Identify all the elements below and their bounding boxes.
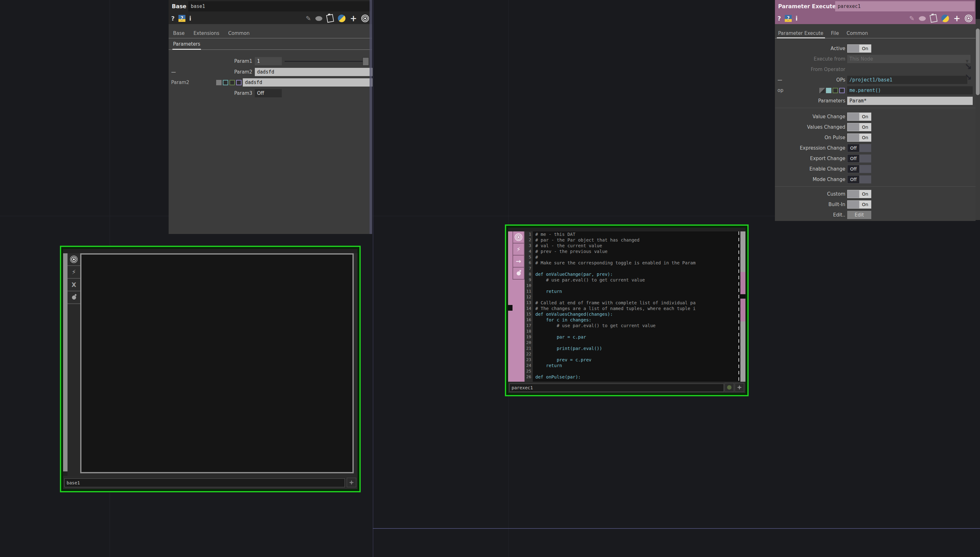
parameters-value-field[interactable]: Param* <box>847 97 973 105</box>
param2-expr-field[interactable]: dadsfd <box>243 78 372 86</box>
code-line[interactable]: # The changes are a list of named tuples… <box>535 306 740 311</box>
code-line[interactable] <box>535 351 740 357</box>
code-line[interactable]: # <box>535 254 740 260</box>
edit-button[interactable]: Edit <box>847 211 871 219</box>
info-icon[interactable]: i <box>796 15 798 22</box>
code-line[interactable]: # use par.eval() to get current value <box>535 323 740 329</box>
code-line[interactable]: par = c.par <box>535 334 740 340</box>
base1-node-viewer[interactable]: ⚡ X base1 <box>60 246 361 492</box>
target-icon[interactable] <box>361 15 369 22</box>
python-icon[interactable] <box>338 15 346 22</box>
code-line[interactable]: return <box>535 288 740 294</box>
add-icon[interactable]: + <box>953 14 960 23</box>
code-line[interactable]: # me - this DAT <box>535 231 740 237</box>
node-viewport[interactable] <box>80 253 354 473</box>
help-icon[interactable]: ? <box>171 15 175 22</box>
mode-bind-icon[interactable] <box>839 88 845 93</box>
viewer-left-scrollbar[interactable] <box>508 231 512 382</box>
parexec1-dat-viewer[interactable]: ⚡ → 123456789101112131415161718192021222… <box>505 225 749 396</box>
scrollbar-handle[interactable] <box>740 299 746 321</box>
active-flag-icon[interactable]: ⚡ <box>68 266 80 278</box>
edit-pencil-icon[interactable]: ✎ <box>909 15 914 22</box>
bomb-button[interactable] <box>68 292 80 304</box>
valueschanged-toggle[interactable]: On <box>847 123 871 131</box>
close-viewer-icon[interactable]: X <box>68 278 80 292</box>
add-icon[interactable]: + <box>350 14 357 23</box>
param1-slider-track[interactable] <box>284 61 368 62</box>
code-lines[interactable]: # me - this DAT# par - the Par object th… <box>533 231 740 382</box>
code-line[interactable]: def onPulse(par): <box>535 374 740 380</box>
tab-common[interactable]: Common <box>847 31 868 36</box>
tab-file[interactable]: File <box>831 31 839 36</box>
code-line[interactable]: def onValueChange(par, prev): <box>535 271 740 277</box>
code-line[interactable]: print(par.eval()) <box>535 345 740 351</box>
viewer-mode-icon[interactable] <box>68 253 80 266</box>
mode-constant-icon[interactable] <box>819 88 825 93</box>
builtin-toggle[interactable]: On <box>847 200 871 208</box>
viewer-menu-button[interactable] <box>735 383 744 392</box>
tab-parameters[interactable]: Parameters <box>173 41 200 47</box>
code-line[interactable]: prev = c.prev <box>535 357 740 363</box>
code-line[interactable]: # val - the current value <box>535 243 740 249</box>
info-icon[interactable]: i <box>189 15 192 22</box>
viewer-menu-button[interactable] <box>347 478 356 487</box>
mode-expression-icon[interactable] <box>223 80 228 85</box>
code-line[interactable] <box>535 283 740 288</box>
mode-bind-icon[interactable] <box>236 80 242 85</box>
param1-value-field[interactable]: 1 <box>255 57 282 65</box>
onpulse-toggle[interactable]: On <box>847 134 871 142</box>
operator-name-field[interactable]: base1 <box>188 1 371 11</box>
viewer-left-scrollbar[interactable] <box>63 253 68 476</box>
expressionchange-toggle[interactable]: Off <box>847 144 871 152</box>
active-flag-icon[interactable]: ⚡ <box>512 243 525 256</box>
operator-pick-arrow-icon[interactable]: ↘ <box>964 73 972 82</box>
language-indicator-button[interactable] <box>725 383 734 392</box>
mode-export-icon[interactable] <box>229 80 235 85</box>
tab-extensions[interactable]: Extensions <box>193 31 219 36</box>
bomb-button[interactable] <box>512 267 525 280</box>
code-line[interactable]: for c in changes: <box>535 317 740 323</box>
comment-icon[interactable] <box>315 16 322 21</box>
mode-export-icon[interactable] <box>833 88 838 93</box>
op-expr-field[interactable]: me.parent() <box>847 86 973 94</box>
comment-icon[interactable] <box>919 16 926 21</box>
viewer-node-name-field[interactable]: parexec1 <box>509 384 724 392</box>
copy-parameters-icon[interactable] <box>930 14 938 23</box>
code-line[interactable] <box>535 368 740 374</box>
code-line[interactable] <box>535 340 740 345</box>
param3-value-field[interactable]: Off <box>255 89 282 97</box>
active-toggle[interactable]: On <box>847 44 871 53</box>
python-icon[interactable] <box>941 15 949 22</box>
viewer-titlebar[interactable] <box>63 249 358 253</box>
code-line[interactable] <box>535 265 740 271</box>
tab-parameter-execute[interactable]: Parameter Execute <box>778 31 824 36</box>
help-icon[interactable]: ? <box>777 15 781 22</box>
code-line[interactable] <box>535 329 740 334</box>
ops-value-field[interactable]: /project1/base1 <box>847 76 967 84</box>
network-editor-background[interactable]: Base base1 ? ? i ✎ + Base Extensions Com… <box>0 0 980 557</box>
param2-value-field[interactable]: dadsfd <box>255 68 372 76</box>
scrollbar-handle[interactable] <box>976 29 980 95</box>
code-line[interactable]: # use par.eval() to get current value <box>535 277 740 283</box>
python-help-icon[interactable]: ? <box>179 15 185 22</box>
tab-base[interactable]: Base <box>173 31 185 36</box>
code-line[interactable]: # par - the Par object that has changed <box>535 237 740 243</box>
python-help-icon[interactable]: ? <box>785 15 792 22</box>
custom-toggle[interactable]: On <box>847 190 871 198</box>
jump-button[interactable]: → <box>512 256 525 267</box>
copy-parameters-icon[interactable] <box>326 14 334 23</box>
operator-name-field[interactable]: parexec1 <box>835 1 975 11</box>
operator-pick-arrow-icon[interactable]: ↘ <box>964 62 972 72</box>
viewer-right-scrollbar[interactable] <box>740 231 746 382</box>
scrollbar-handle[interactable] <box>740 272 746 294</box>
viewer-mode-icon[interactable] <box>512 231 525 243</box>
code-line[interactable]: # Make sure the corresponding toggle is … <box>535 260 740 265</box>
executefrom-dropdown[interactable]: This Node ▼ <box>847 55 970 63</box>
code-line[interactable] <box>535 294 740 300</box>
enablechange-toggle[interactable]: Off <box>847 165 871 173</box>
scrollbar-handle[interactable] <box>508 305 512 311</box>
viewer-node-name-field[interactable]: base1 <box>64 478 345 487</box>
param1-slider-handle[interactable] <box>362 57 369 66</box>
mode-expression-icon[interactable] <box>826 88 831 93</box>
code-line[interactable]: def onValuesChanged(changes): <box>535 311 740 317</box>
